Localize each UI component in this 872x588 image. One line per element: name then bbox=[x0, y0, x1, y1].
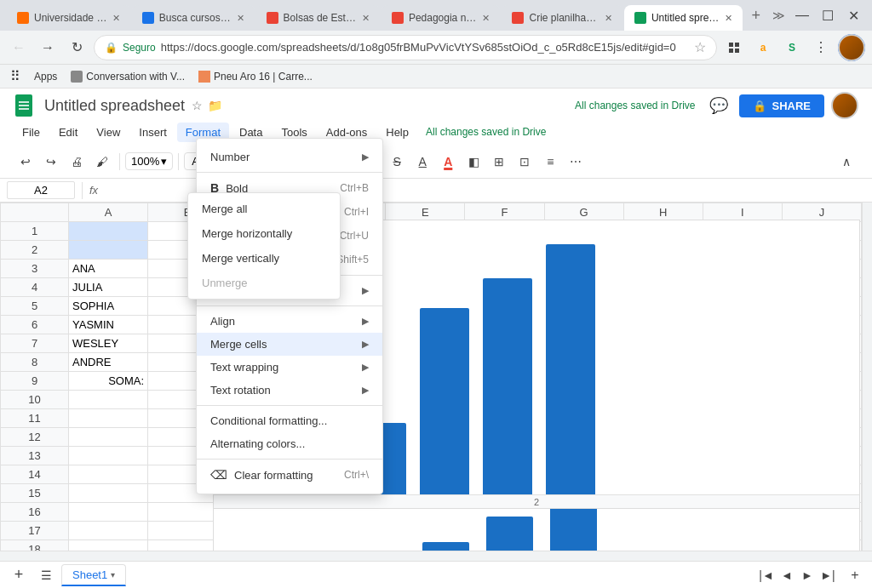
minimize-button[interactable]: — bbox=[790, 3, 814, 27]
col-header-a[interactable]: A bbox=[69, 203, 148, 222]
horizontal-scrollbar[interactable] bbox=[0, 551, 872, 561]
cell-a13[interactable] bbox=[69, 447, 148, 465]
more-toolbar-button[interactable]: ⋯ bbox=[564, 150, 588, 174]
browser-tab-5[interactable]: Crie planilhas ... ✕ bbox=[502, 5, 622, 31]
format-clear-item[interactable]: ⌫ Clear formatting Ctrl+\ bbox=[197, 463, 382, 487]
browser-tab-1[interactable]: Universidade F... ✕ bbox=[7, 5, 130, 31]
refresh-button[interactable]: ↻ bbox=[65, 36, 89, 60]
bookmark-pneu[interactable]: Pneu Aro 16 | Carre... bbox=[198, 71, 313, 83]
add-sheet-button[interactable]: + bbox=[7, 563, 31, 587]
redo-button[interactable]: ↪ bbox=[39, 150, 63, 174]
cell-a18[interactable] bbox=[69, 540, 148, 551]
title-star-button[interactable]: ☆ bbox=[192, 99, 203, 112]
cell-a11[interactable] bbox=[69, 409, 148, 428]
sheet-tab-1[interactable]: Sheet1 ▾ bbox=[61, 564, 126, 586]
cell-a5[interactable]: SOPHIA bbox=[69, 297, 148, 316]
zoom-control[interactable]: 100% ▾ bbox=[125, 152, 173, 170]
new-tab-button[interactable]: + bbox=[744, 7, 767, 25]
share-button[interactable]: 🔒 All changes saved in Drive SHARE bbox=[739, 94, 824, 117]
add-sheet-right[interactable]: + bbox=[845, 565, 865, 585]
tab-overflow-button[interactable]: ≫ bbox=[769, 9, 789, 22]
cell-a9[interactable]: SOMA: bbox=[69, 372, 148, 391]
cell-a1[interactable] bbox=[69, 222, 148, 241]
sheet-nav-last[interactable]: ►| bbox=[818, 565, 838, 585]
format-conditional-item[interactable]: Conditional formatting... bbox=[197, 409, 382, 432]
menu-insert[interactable]: Insert bbox=[130, 123, 175, 142]
browser-tab-2[interactable]: Busca cursos |... ✕ bbox=[132, 5, 255, 31]
underline-button[interactable]: A bbox=[410, 150, 434, 174]
amazon-button[interactable]: a bbox=[751, 36, 775, 60]
back-button[interactable]: ← bbox=[7, 36, 31, 60]
cell-a3[interactable]: ANA bbox=[69, 260, 148, 278]
bookmark-conversation[interactable]: Conversation with V... bbox=[71, 71, 185, 83]
cell-reference[interactable]: A2 bbox=[7, 181, 75, 199]
cell-a16[interactable] bbox=[69, 503, 148, 522]
cell-a6[interactable]: YASMIN bbox=[69, 316, 148, 334]
address-bar[interactable]: 🔒 Seguro https://docs.google.com/spreads… bbox=[94, 35, 717, 60]
cell-a4[interactable]: JULIA bbox=[69, 278, 148, 297]
tab-close-2[interactable]: ✕ bbox=[237, 13, 244, 24]
bookmark-star[interactable]: ☆ bbox=[694, 39, 706, 55]
cell-a8[interactable]: ANDRE bbox=[69, 353, 148, 372]
collapse-button[interactable]: ∧ bbox=[835, 150, 858, 174]
text-align-button[interactable]: ≡ bbox=[538, 150, 562, 174]
title-folder-button[interactable]: 📁 bbox=[208, 99, 222, 112]
tab-close-6[interactable]: ✕ bbox=[725, 13, 732, 24]
format-textwrap-label: Text wrapping bbox=[210, 361, 278, 374]
cell-a10[interactable] bbox=[69, 391, 148, 409]
sheets-extension-button[interactable]: S bbox=[780, 36, 804, 60]
format-textrotation-item[interactable]: Text rotation ▶ bbox=[197, 379, 382, 402]
menu-help[interactable]: Help bbox=[377, 123, 417, 142]
cell-a7[interactable]: WESLEY bbox=[69, 334, 148, 353]
tab-close-1[interactable]: ✕ bbox=[112, 13, 120, 24]
merge-button[interactable]: ⊡ bbox=[513, 150, 536, 174]
format-number-item[interactable]: Number ▶ bbox=[197, 146, 382, 168]
sheet-nav-first[interactable]: |◄ bbox=[756, 565, 777, 585]
sheet-menu-button[interactable]: ☰ bbox=[34, 563, 58, 587]
format-align-item[interactable]: Align ▶ bbox=[197, 310, 382, 333]
strikethrough-button[interactable]: S bbox=[385, 150, 409, 174]
row-header-6: 6 bbox=[1, 316, 69, 334]
tab-close-4[interactable]: ✕ bbox=[482, 13, 490, 24]
format-merge-item[interactable]: Merge cells ▶ bbox=[197, 333, 382, 356]
extensions-button[interactable] bbox=[722, 36, 746, 60]
text-color-button[interactable]: A bbox=[436, 150, 460, 174]
restore-button[interactable]: ☐ bbox=[816, 3, 840, 27]
spreadsheet-title[interactable]: Untitled spreadsheet bbox=[44, 97, 185, 115]
cell-a14[interactable] bbox=[69, 465, 148, 484]
merge-vertically-item[interactable]: Merge vertically bbox=[188, 246, 340, 271]
format-underline-shortcut: Ctrl+U bbox=[340, 230, 369, 242]
format-alternating-item[interactable]: Alternating colors... bbox=[197, 432, 382, 455]
fill-color-button[interactable]: ◧ bbox=[462, 150, 485, 174]
autosave-link[interactable]: All changes saved in Drive bbox=[426, 126, 546, 138]
close-window-button[interactable]: ✕ bbox=[841, 3, 865, 27]
browser-tab-4[interactable]: Pedagogia na... ✕ bbox=[382, 5, 501, 31]
cell-a12[interactable] bbox=[69, 428, 148, 447]
cell-a17[interactable] bbox=[69, 522, 148, 540]
browser-tab-3[interactable]: Bolsas de Estu... ✕ bbox=[256, 5, 380, 31]
tab-close-5[interactable]: ✕ bbox=[605, 13, 612, 24]
forward-button[interactable]: → bbox=[36, 36, 60, 60]
user-avatar[interactable] bbox=[831, 92, 858, 119]
print-button[interactable]: 🖨 bbox=[65, 150, 89, 174]
cell-a15[interactable] bbox=[69, 484, 148, 503]
sheet-nav-prev[interactable]: ◄ bbox=[777, 565, 797, 585]
borders-button[interactable]: ⊞ bbox=[487, 150, 511, 174]
browser-tab-6[interactable]: Untitled sprea... ✕ bbox=[624, 5, 743, 31]
merge-horizontally-item[interactable]: Merge horizontally bbox=[188, 221, 340, 246]
comment-button[interactable]: 💬 bbox=[705, 92, 732, 119]
merge-all-item[interactable]: Merge all bbox=[188, 197, 340, 221]
cell-a2[interactable] bbox=[69, 241, 148, 260]
menu-view[interactable]: View bbox=[88, 123, 129, 142]
menu-edit[interactable]: Edit bbox=[50, 123, 86, 142]
format-paint-button[interactable]: 🖌 bbox=[90, 150, 114, 174]
tab-close-3[interactable]: ✕ bbox=[362, 13, 370, 24]
more-options-button[interactable]: ⋮ bbox=[809, 36, 833, 60]
format-textwrap-item[interactable]: Text wrapping ▶ bbox=[197, 356, 382, 379]
vertical-scrollbar[interactable] bbox=[862, 203, 872, 551]
user-avatar-browser[interactable] bbox=[838, 34, 865, 61]
menu-file[interactable]: File bbox=[14, 123, 49, 142]
bookmark-apps[interactable]: Apps bbox=[34, 71, 57, 83]
undo-button[interactable]: ↩ bbox=[14, 150, 37, 174]
sheet-nav-next[interactable]: ► bbox=[797, 565, 818, 585]
